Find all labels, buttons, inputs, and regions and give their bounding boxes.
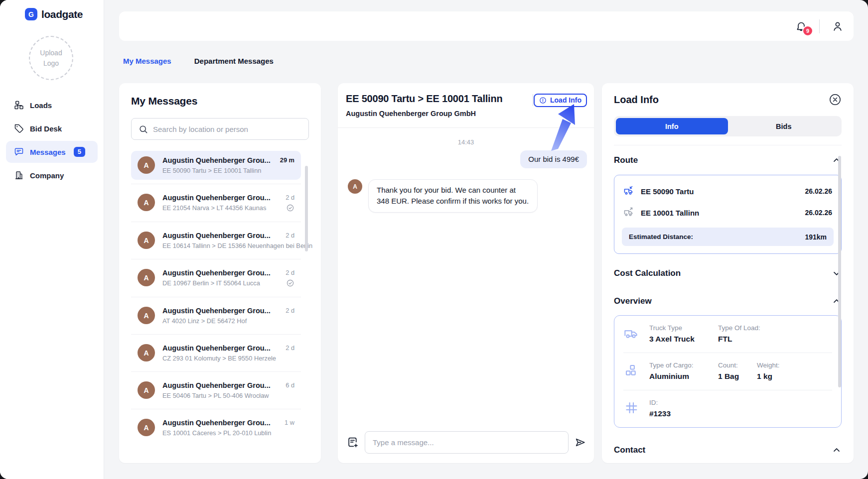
chat-panel: EE 50090 Tartu > EE 10001 Tallinn August… xyxy=(338,83,594,463)
tab-my-messages[interactable]: My Messages xyxy=(123,57,171,68)
load-type-label: Type Of Load: xyxy=(718,324,760,332)
cargo-type-label: Type of Cargo: xyxy=(649,361,708,369)
weight-label: Weight: xyxy=(757,361,780,369)
stop-date: 26.02.26 xyxy=(805,209,833,217)
count-value: 1 Bag xyxy=(718,372,747,381)
messages-count-badge: 5 xyxy=(74,147,85,157)
close-icon xyxy=(829,93,842,106)
message-list-item[interactable]: A Augustin Quehenberger Grou... ES 10001… xyxy=(131,413,301,442)
sidebar-item-company[interactable]: Company xyxy=(6,164,98,186)
message-list-row: A Augustin Quehenberger Grou... EE 50406… xyxy=(131,372,301,409)
message-list-item[interactable]: A Augustin Quehenberger Grou... EE 50406… xyxy=(131,376,301,405)
contact-name: Augustin Quehenberger Grou... xyxy=(162,194,282,202)
message-list-row: A Augustin Quehenberger Grou... CZ 293 0… xyxy=(131,335,301,372)
list-scrollbar[interactable] xyxy=(305,166,308,251)
sidebar-item-label: Loads xyxy=(30,101,52,110)
chevron-up-icon xyxy=(832,445,842,455)
contact-heading: Contact xyxy=(614,445,645,455)
avatar: A xyxy=(348,179,362,194)
incoming-message-bubble: Thank you for your bid. We can counter a… xyxy=(368,179,538,213)
message-list-row: A Augustin Quehenberger Grou... EE 10614… xyxy=(131,222,301,259)
sidebar-item-label: Company xyxy=(30,171,64,180)
chat-input-row xyxy=(338,431,594,454)
brand-mark-icon: G xyxy=(25,8,37,20)
contact-name: Augustin Quehenberger Grou... xyxy=(162,156,276,164)
route-card: EE 50090 Tartu 26.02.26 EE 10001 Tallinn… xyxy=(614,175,842,254)
message-list-item[interactable]: A Augustin Quehenberger Grou... AT 4020 … xyxy=(131,301,301,330)
panel-scrollbar[interactable] xyxy=(838,156,841,387)
add-template-button[interactable] xyxy=(347,436,359,449)
truck-type-label: Truck Type xyxy=(649,324,708,332)
contact-name: Augustin Quehenberger Grou... xyxy=(162,381,282,389)
route-stop-pickup: EE 50090 Tartu 26.02.26 xyxy=(622,182,834,200)
cost-heading: Cost Calculation xyxy=(614,268,681,278)
sidebar-item-label: Messages xyxy=(30,148,66,156)
sidebar-item-bid-desk[interactable]: Bid Desk xyxy=(6,118,98,139)
message-list-item[interactable]: A Augustin Quehenberger Grou... EE 21054… xyxy=(131,188,301,218)
page-tabs: My Messages Department Messages xyxy=(123,57,274,68)
contact-name: Augustin Quehenberger Grou... xyxy=(162,232,282,240)
message-time: 2 d xyxy=(286,232,294,239)
upload-logo-dropzone[interactable]: Upload Logo xyxy=(29,36,73,80)
sidebar-item-loads[interactable]: Loads xyxy=(6,94,98,116)
stop-location: EE 50090 Tartu xyxy=(641,187,800,196)
overview-section-header[interactable]: Overview xyxy=(614,296,842,306)
brand-name: loadgate xyxy=(41,8,83,20)
sidebar-item-messages[interactable]: Messages 5 xyxy=(6,141,98,163)
contact-name: Augustin Quehenberger Grou... xyxy=(162,307,282,315)
notifications-button[interactable]: 9 xyxy=(794,19,808,33)
message-list-item[interactable]: A Augustin Quehenberger Grou... DE 10967… xyxy=(131,263,301,293)
route-text: EE 50090 Tartu > EE 10001 Tallinn xyxy=(162,167,276,174)
message-list: A Augustin Quehenberger Grou... EE 50090… xyxy=(131,147,301,446)
tab-bids[interactable]: Bids xyxy=(728,118,840,134)
person-icon xyxy=(832,20,844,32)
send-button[interactable] xyxy=(574,436,586,449)
send-icon xyxy=(574,436,586,449)
truck-pickup-icon xyxy=(623,185,635,197)
upload-logo-label: Upload Logo xyxy=(36,48,66,68)
distance-value: 191km xyxy=(805,233,827,241)
overview-row-id: ID: #1233 xyxy=(623,390,832,427)
contact-name: Augustin Quehenberger Grou... xyxy=(162,344,282,352)
message-input[interactable] xyxy=(365,431,569,454)
message-time: 2 d xyxy=(286,344,294,352)
message-list-item[interactable]: A Augustin Quehenberger Grou... EE 50090… xyxy=(131,151,301,180)
route-text: EE 21054 Narva > LT 44356 Kaunas xyxy=(162,204,282,212)
tab-info[interactable]: Info xyxy=(616,118,728,134)
message-time: 29 m xyxy=(280,156,294,164)
message-list-row: A Augustin Quehenberger Grou... EE 50090… xyxy=(131,147,301,184)
bid-desk-icon xyxy=(14,123,24,133)
route-text: AT 4020 Linz > DE 56472 Hof xyxy=(162,317,282,325)
messages-list-panel: My Messages A Augustin Quehenberger Grou… xyxy=(119,83,321,463)
profile-button[interactable] xyxy=(831,19,845,33)
count-label: Count: xyxy=(718,361,747,369)
load-type-value: FTL xyxy=(718,335,760,344)
estimated-distance-row: Estimated Distance: 191km xyxy=(622,228,834,246)
message-time: 1 w xyxy=(285,419,294,426)
notification-count-badge: 9 xyxy=(802,25,813,36)
read-check-icon xyxy=(286,204,294,212)
message-time: 6 d xyxy=(286,381,294,389)
info-bids-tabs: Info Bids xyxy=(614,116,842,136)
close-panel-button[interactable] xyxy=(829,93,842,106)
message-list-item[interactable]: A Augustin Quehenberger Grou... EE 10614… xyxy=(131,226,301,255)
message-time: 2 d xyxy=(286,194,294,201)
message-list-item[interactable]: A Augustin Quehenberger Grou... CZ 293 0… xyxy=(131,339,301,367)
tab-department-messages[interactable]: Department Messages xyxy=(194,57,274,68)
sidebar: G loadgate Upload Logo Loads Bid Desk Me… xyxy=(0,0,104,479)
weight-value: 1 kg xyxy=(757,372,780,381)
cost-section-header[interactable]: Cost Calculation xyxy=(614,268,842,278)
topbar-divider xyxy=(819,19,820,33)
brand-logo: G loadgate xyxy=(25,8,83,20)
avatar: A xyxy=(138,381,155,399)
message-time: 2 d xyxy=(286,269,294,276)
stop-location: EE 10001 Tallinn xyxy=(641,209,800,217)
route-text: CZ 293 01 Kolomuty > BE 9550 Herzele xyxy=(162,355,282,362)
id-label: ID: xyxy=(649,399,671,406)
overview-row-truck: Truck Type 3 Axel Truck Type Of Load: FT… xyxy=(623,316,832,353)
load-info-button[interactable]: Load Info xyxy=(534,94,587,107)
route-section-header[interactable]: Route xyxy=(614,155,842,165)
contact-section-header[interactable]: Contact xyxy=(614,445,842,455)
search-input[interactable] xyxy=(153,125,301,133)
truck-delivery-icon xyxy=(623,207,635,219)
